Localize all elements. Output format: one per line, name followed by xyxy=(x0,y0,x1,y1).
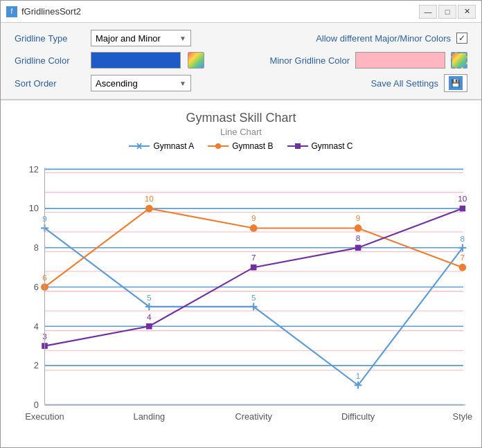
gridline-type-dropdown[interactable]: Major and Minor ▼ xyxy=(91,30,191,46)
allow-colors-checkbox[interactable] xyxy=(456,33,467,44)
legend-label-c: Gymnast C xyxy=(312,141,353,151)
chart-svg: 0 2 4 6 8 10 12 Execution Landing Creati… xyxy=(8,154,474,440)
controls-row-3: Sort Order Ascending ▼ Save All Settings… xyxy=(15,74,467,92)
svg-text:Execution: Execution xyxy=(25,411,64,422)
svg-text:5: 5 xyxy=(251,293,256,302)
svg-text:1: 1 xyxy=(356,371,361,380)
chart-subtitle: Line Chart xyxy=(220,127,262,137)
svg-text:10: 10 xyxy=(29,203,39,213)
svg-text:10: 10 xyxy=(458,194,467,203)
save-icon: 💾 xyxy=(449,76,463,90)
chevron-down-icon-2: ▼ xyxy=(179,80,186,87)
svg-text:4: 4 xyxy=(147,312,152,321)
svg-text:8: 8 xyxy=(34,242,39,253)
save-button[interactable]: 💾 xyxy=(444,74,467,92)
marker-b-1 xyxy=(145,205,153,213)
svg-text:8: 8 xyxy=(461,234,465,243)
svg-text:8: 8 xyxy=(356,233,361,242)
legend-label-b: Gymnast B xyxy=(232,141,273,151)
gridline-color-picker-button[interactable] xyxy=(188,52,204,69)
sort-order-dropdown[interactable]: Ascending ▼ xyxy=(91,75,191,91)
window-title: fGridlinesSort2 xyxy=(21,6,419,17)
svg-text:10: 10 xyxy=(145,194,154,203)
svg-text:Style: Style xyxy=(453,411,473,422)
svg-text:7: 7 xyxy=(251,253,256,262)
svg-text:0: 0 xyxy=(34,400,39,410)
legend-item-a: Gymnast A xyxy=(129,141,194,151)
minor-color-label: Minor Gridline Color xyxy=(269,55,350,66)
marker-b-4 xyxy=(459,264,467,271)
legend-label-a: Gymnast A xyxy=(153,141,194,151)
marker-c-3 xyxy=(355,245,362,251)
minor-color-picker-button[interactable] xyxy=(451,52,467,69)
svg-rect-6 xyxy=(295,143,301,149)
minor-color-control: Minor Gridline Color xyxy=(269,52,467,69)
legend-line-c xyxy=(287,142,308,150)
svg-text:5: 5 xyxy=(147,293,152,302)
svg-text:12: 12 xyxy=(29,164,39,174)
svg-text:9: 9 xyxy=(356,213,361,222)
marker-c-2 xyxy=(251,265,257,271)
sort-order-label: Sort Order xyxy=(15,78,84,89)
svg-text:Difficulty: Difficulty xyxy=(341,411,375,422)
chart-title: Gymnast Skill Chart xyxy=(186,111,296,125)
marker-c-4 xyxy=(460,206,466,212)
maximize-button[interactable]: □ xyxy=(438,5,456,19)
save-control: Save All Settings 💾 xyxy=(371,74,467,92)
app-icon: f xyxy=(6,6,17,17)
chevron-down-icon: ▼ xyxy=(179,35,186,42)
legend-line-b xyxy=(208,142,229,150)
chart-area: Gymnast Skill Chart Line Chart Gymnast A… xyxy=(1,100,481,447)
minimize-button[interactable]: — xyxy=(419,5,437,19)
svg-text:6: 6 xyxy=(34,282,39,292)
window-controls: — □ ✕ xyxy=(419,5,476,19)
controls-row-2: Gridline Color Minor Gridline Color xyxy=(15,52,467,69)
chart-legend: Gymnast A Gymnast B Gymnast C xyxy=(129,141,352,151)
title-bar: f fGridlinesSort2 — □ ✕ xyxy=(1,1,481,23)
main-window: f fGridlinesSort2 — □ ✕ Gridline Type Ma… xyxy=(0,0,482,448)
minor-color-swatch[interactable] xyxy=(355,52,445,69)
allow-colors-label: Allow different Major/Minor Colors xyxy=(316,33,451,44)
marker-b-2 xyxy=(250,224,258,232)
controls-panel: Gridline Type Major and Minor ▼ Allow di… xyxy=(1,23,481,100)
gridline-color-label: Gridline Color xyxy=(15,55,84,66)
svg-rect-7 xyxy=(44,168,463,404)
svg-point-4 xyxy=(215,143,221,149)
legend-line-a xyxy=(129,142,150,150)
svg-text:Landing: Landing xyxy=(134,411,166,422)
marker-c-1 xyxy=(146,323,152,330)
chart-container: 0 2 4 6 8 10 12 Execution Landing Creati… xyxy=(8,154,474,440)
allow-colors-control: Allow different Major/Minor Colors xyxy=(316,33,467,44)
gridline-color-swatch[interactable] xyxy=(91,52,181,69)
legend-item-b: Gymnast B xyxy=(208,141,273,151)
save-label: Save All Settings xyxy=(371,78,438,89)
marker-b-3 xyxy=(355,224,362,232)
svg-text:7: 7 xyxy=(461,253,465,262)
controls-row-1: Gridline Type Major and Minor ▼ Allow di… xyxy=(15,30,467,46)
svg-text:4: 4 xyxy=(34,321,39,332)
svg-text:2: 2 xyxy=(34,360,39,370)
gridline-type-label: Gridline Type xyxy=(15,33,84,44)
svg-text:9: 9 xyxy=(251,213,256,222)
close-button[interactable]: ✕ xyxy=(458,5,476,19)
legend-item-c: Gymnast C xyxy=(287,141,353,151)
svg-text:Creativity: Creativity xyxy=(235,411,272,422)
